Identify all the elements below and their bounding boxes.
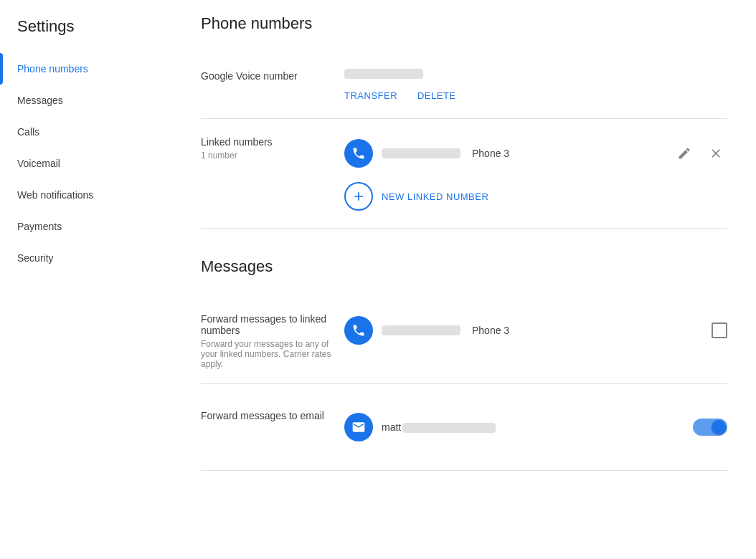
linked-numbers-content: Phone 3 (344, 133, 727, 214)
forward-email-actions (693, 419, 727, 436)
close-icon (709, 146, 723, 161)
forward-email-toggle[interactable] (693, 419, 727, 436)
main-content: Phone numbers Google Voice number TRANSF… (172, 0, 756, 559)
plus-icon (351, 189, 366, 204)
google-voice-row: Google Voice number TRANSFER DELETE (201, 56, 727, 115)
new-linked-label: NEW LINKED NUMBER (382, 191, 488, 202)
transfer-button[interactable]: TRANSFER (344, 87, 397, 104)
linked-number-phone3: Phone 3 (472, 148, 515, 159)
google-voice-label: Google Voice number (201, 70, 298, 82)
email-icon (344, 413, 373, 441)
remove-linked-number-button[interactable] (704, 142, 727, 165)
phone-svg-2 (351, 323, 366, 338)
forward-email-row: Forward messages to email matt (201, 396, 727, 459)
messages-section: Messages Forward messages to linked numb… (201, 257, 727, 471)
linked-numbers-row: Linked numbers 1 number Phone 3 (201, 122, 727, 225)
google-voice-number-blurred (344, 69, 423, 79)
linked-number-actions (673, 142, 727, 165)
phone-svg (351, 146, 366, 161)
forward-linked-row: Forward messages to linked numbers Forwa… (201, 299, 727, 381)
phone-icon-2 (344, 316, 373, 345)
phone-icon (344, 139, 373, 168)
sidebar-item-label: Payments (17, 221, 62, 232)
sidebar-item-voicemail[interactable]: Voicemail (0, 148, 164, 179)
forward-email-item: matt (344, 407, 727, 447)
forward-linked-actions (712, 322, 727, 338)
divider-2 (201, 228, 727, 229)
delete-button[interactable]: DELETE (417, 87, 456, 104)
forward-phone3: Phone 3 (472, 325, 515, 336)
email-address-info: matt (382, 421, 684, 433)
plus-circle-icon (344, 182, 373, 211)
forward-linked-label: Forward messages to linked numbers (201, 313, 344, 336)
email-value: matt (382, 421, 496, 433)
linked-count: 1 number (201, 150, 344, 161)
sidebar-item-label: Phone numbers (17, 63, 88, 75)
edit-icon (677, 146, 691, 161)
forward-description: Forward your messages to any of your lin… (201, 339, 344, 369)
sidebar: Settings Phone numbers Messages Calls Vo… (0, 0, 172, 559)
page-title: Phone numbers (201, 14, 727, 33)
sidebar-item-label: Web notifications (17, 189, 93, 201)
sidebar-item-label: Messages (17, 95, 63, 106)
sidebar-item-calls[interactable]: Calls (0, 116, 164, 148)
forward-email-label: Forward messages to email (201, 410, 344, 421)
sidebar-item-phone-numbers[interactable]: Phone numbers (0, 53, 164, 85)
divider-3 (201, 383, 727, 384)
linked-number-item: Phone 3 (344, 133, 727, 173)
sidebar-item-messages[interactable]: Messages (0, 85, 164, 116)
forward-phone-info: Phone 3 (382, 325, 703, 336)
messages-title: Messages (201, 257, 727, 276)
settings-title: Settings (0, 14, 172, 53)
linked-numbers-label: Linked numbers (201, 136, 344, 148)
sidebar-item-web-notifications[interactable]: Web notifications (0, 179, 164, 211)
sidebar-item-label: Security (17, 252, 54, 264)
sidebar-item-label: Voicemail (17, 158, 60, 169)
forward-email-content: matt (344, 407, 727, 447)
edit-linked-number-button[interactable] (673, 142, 696, 165)
forward-linked-content: Phone 3 (344, 310, 727, 350)
divider-1 (201, 118, 727, 119)
sidebar-item-payments[interactable]: Payments (0, 211, 164, 242)
forward-number-blurred (382, 325, 460, 335)
email-svg (351, 420, 366, 434)
google-voice-content: TRANSFER DELETE (344, 67, 727, 104)
divider-4 (201, 470, 727, 471)
forward-linked-item: Phone 3 (344, 310, 727, 350)
email-blurred (402, 423, 496, 433)
linked-number-blurred (382, 148, 460, 158)
number-phone-info: Phone 3 (382, 148, 664, 159)
forward-linked-checkbox[interactable] (712, 322, 727, 338)
sidebar-item-label: Calls (17, 126, 39, 138)
sidebar-item-security[interactable]: Security (0, 242, 164, 274)
new-linked-number-button[interactable]: NEW LINKED NUMBER (344, 179, 727, 214)
